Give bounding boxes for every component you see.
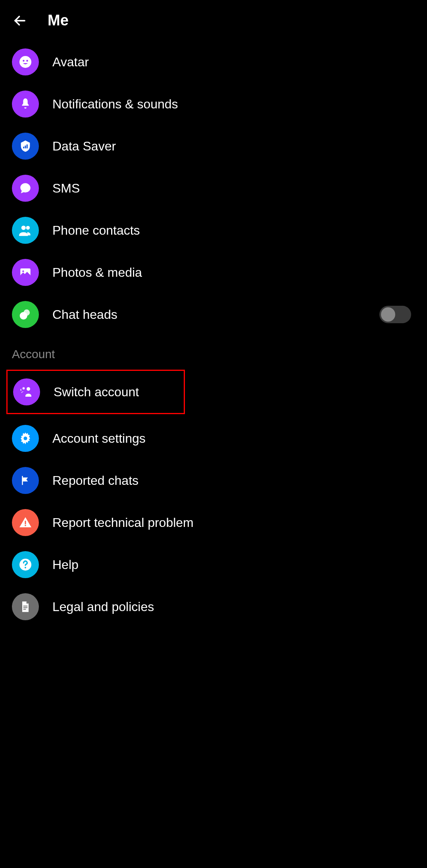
notifications-item[interactable]: Notifications & sounds — [0, 83, 427, 125]
chat-heads-item[interactable]: Chat heads — [0, 293, 427, 336]
svg-point-14 — [23, 387, 25, 390]
svg-rect-5 — [25, 146, 26, 149]
report-problem-item[interactable]: Report technical problem — [0, 502, 427, 544]
report-problem-label: Report technical problem — [52, 515, 415, 530]
account-settings-label: Account settings — [52, 431, 415, 446]
data-saver-item[interactable]: Data Saver — [0, 125, 427, 167]
help-icon — [12, 551, 39, 578]
warning-icon — [12, 509, 39, 536]
bell-icon — [12, 91, 39, 118]
notifications-label: Notifications & sounds — [52, 97, 415, 112]
switch-account-label: Switch account — [54, 385, 172, 399]
toggle-knob — [381, 307, 395, 322]
svg-point-8 — [26, 226, 30, 230]
svg-rect-4 — [23, 147, 24, 148]
help-label: Help — [52, 557, 415, 572]
sms-icon — [12, 175, 39, 202]
flag-icon — [12, 467, 39, 494]
sms-item[interactable]: SMS — [0, 167, 427, 209]
avatar-icon — [12, 48, 39, 75]
svg-point-15 — [24, 437, 27, 440]
svg-point-19 — [25, 567, 26, 569]
header: Me — [0, 0, 427, 41]
legal-policies-item[interactable]: Legal and policies — [0, 586, 427, 628]
svg-rect-6 — [27, 145, 28, 149]
photos-media-label: Photos & media — [52, 265, 415, 280]
reported-chats-label: Reported chats — [52, 473, 415, 488]
svg-point-2 — [23, 60, 25, 62]
photos-media-item[interactable]: Photos & media — [0, 251, 427, 293]
settings-list: Avatar Notifications & sounds Data Saver… — [0, 41, 427, 628]
phone-contacts-label: Phone contacts — [52, 223, 415, 238]
svg-rect-17 — [25, 525, 26, 526]
back-button[interactable] — [12, 13, 28, 29]
svg-point-3 — [26, 60, 28, 62]
avatar-item[interactable]: Avatar — [0, 41, 427, 83]
document-icon — [12, 593, 39, 620]
chat-heads-label: Chat heads — [52, 307, 366, 322]
help-item[interactable]: Help — [0, 544, 427, 586]
svg-point-7 — [21, 226, 26, 230]
svg-point-10 — [22, 270, 24, 272]
svg-rect-21 — [23, 607, 28, 608]
svg-rect-20 — [23, 606, 28, 606]
highlight-box: Switch account — [6, 370, 185, 414]
chat-heads-icon — [12, 301, 39, 328]
reported-chats-item[interactable]: Reported chats — [0, 459, 427, 502]
photo-icon — [12, 259, 39, 286]
data-saver-label: Data Saver — [52, 139, 415, 154]
svg-rect-16 — [25, 521, 26, 525]
legal-policies-label: Legal and policies — [52, 600, 415, 614]
arrow-left-icon — [13, 14, 27, 28]
switch-account-item[interactable]: Switch account — [8, 371, 184, 413]
people-icon — [12, 217, 39, 244]
svg-point-1 — [19, 56, 31, 68]
sms-label: SMS — [52, 181, 415, 196]
chat-heads-toggle[interactable] — [379, 306, 411, 323]
svg-rect-22 — [23, 609, 26, 610]
gear-icon — [12, 425, 39, 452]
account-section-header: Account — [0, 336, 427, 366]
svg-point-13 — [27, 387, 30, 391]
account-settings-item[interactable]: Account settings — [0, 417, 427, 459]
switch-account-icon — [13, 378, 40, 405]
page-title: Me — [48, 12, 69, 29]
phone-contacts-item[interactable]: Phone contacts — [0, 209, 427, 251]
svg-point-12 — [20, 312, 27, 320]
shield-icon — [12, 133, 39, 160]
avatar-label: Avatar — [52, 55, 415, 69]
